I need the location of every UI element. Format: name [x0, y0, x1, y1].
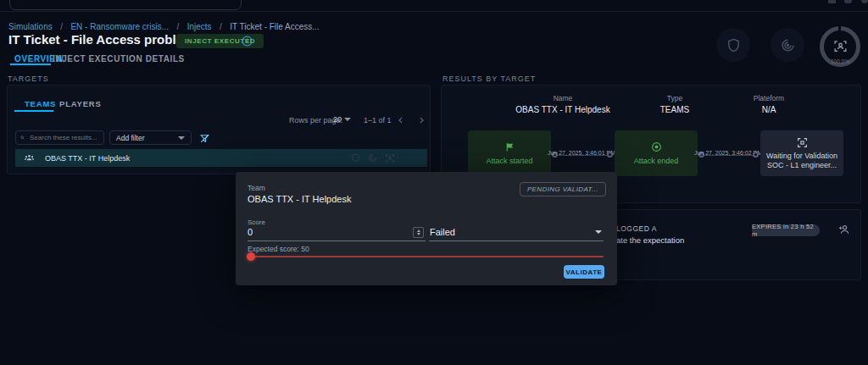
score-label: Score [248, 218, 265, 226]
expectation-text: ate the expectation [616, 235, 684, 245]
targets-search-input[interactable] [28, 133, 99, 142]
slider-thumb[interactable] [247, 252, 255, 261]
col-type-label: Type [641, 94, 709, 102]
atomic-testing-button[interactable] [771, 28, 804, 62]
tab-inject-execution-details[interactable]: INJECT EXECUTION DETAILS [53, 54, 185, 64]
targets-search-field[interactable] [15, 130, 104, 145]
breadcrumb-link-simulations[interactable]: Simulations [8, 22, 53, 31]
col-platform-label: Plateform [735, 94, 803, 102]
chevron-right-icon[interactable] [416, 113, 426, 129]
caret-down-icon [178, 136, 185, 140]
chevron-left-icon[interactable] [396, 113, 406, 129]
topbar-icon[interactable] [861, 0, 868, 3]
col-type-value: TEAMS [641, 105, 709, 114]
targets-panel: TEAMS PLAYERS Rows per page: 20 1–1 of 1… [7, 85, 431, 174]
results-section-title: RESULTS BY TARGET [442, 75, 536, 83]
player-target-icon [833, 39, 848, 57]
donut-label: 100.0% [820, 58, 860, 64]
add-filter-select[interactable]: Add filter [109, 130, 192, 145]
col-platform-value: N/A [735, 105, 803, 114]
shield-icon [726, 38, 741, 53]
score-slider[interactable] [248, 252, 604, 261]
col-name-label: Name [512, 94, 614, 102]
breadcrumb: Simulations / EN - Ransomware crisis... … [8, 18, 320, 33]
pagination-range: 1–1 of 1 [364, 116, 392, 124]
groups-icon [24, 152, 35, 163]
topbar-icon[interactable] [828, 0, 836, 3]
shield-button[interactable] [716, 28, 750, 62]
timeline-timestamp: Jun 27, 2025, 3:46:01 PM [548, 150, 615, 156]
validation-dialog: Team OBAS TTX - IT Helpdesk PENDING VALI… [236, 172, 617, 285]
caret-down-icon[interactable] [595, 230, 602, 234]
timeline-step-attack-ended: Attack ended [615, 130, 698, 176]
number-spinner-icon[interactable] [413, 227, 424, 238]
expectation-heading: LOGGED A [616, 224, 657, 233]
search-icon [20, 134, 25, 141]
team-label: Team [248, 184, 265, 192]
timeline-step-waiting-validation: Waiting for Validation SOC - L1 engineer… [760, 130, 843, 176]
add-filter-label: Add filter [116, 134, 145, 142]
swirl-icon [781, 38, 795, 53]
targets-tab-teams[interactable]: TEAMS [25, 99, 56, 108]
col-name-value: OBAS TTX - IT Helpdesk [512, 105, 614, 114]
score-input[interactable] [248, 227, 383, 237]
team-row-name: OBAS TTX - IT Helpdesk [45, 154, 130, 163]
breadcrumb-current: IT Ticket - File Access... [230, 22, 319, 31]
team-row[interactable]: OBAS TTX - IT Helpdesk [15, 149, 427, 167]
person-add-icon[interactable] [838, 224, 850, 239]
breadcrumb-link-simulation[interactable]: EN - Ransomware crisis... [70, 22, 169, 31]
targets-tab-players[interactable]: PLAYERS [59, 99, 102, 108]
global-search-input[interactable] [9, 0, 242, 10]
swirl-icon [368, 153, 377, 163]
validate-button[interactable]: VALIDATE [564, 265, 604, 279]
clear-filters-icon[interactable] [199, 132, 210, 147]
breadcrumb-link-injects[interactable]: Injects [187, 22, 212, 31]
flag-icon [504, 141, 515, 152]
timeline-step-attack-started: Attack started [468, 130, 551, 176]
pending-validation-badge: PENDING VALIDAT... [520, 182, 606, 196]
expires-badge: EXPIRES in 23 h 52 m [752, 224, 820, 236]
targets-section-title: TARGETS [8, 75, 49, 83]
shield-icon [351, 153, 360, 163]
topbar-icon[interactable] [844, 0, 852, 3]
target-circle-icon [651, 141, 662, 152]
rows-per-page-select[interactable]: 20 [333, 115, 342, 124]
result-select[interactable]: Failed [430, 227, 455, 237]
caret-down-icon[interactable] [344, 118, 351, 121]
team-value: OBAS TTX - IT Helpdesk [248, 194, 351, 204]
player-target-icon [385, 153, 395, 163]
validation-frame-icon [797, 137, 808, 148]
app-root: Simulations / EN - Ransomware crisis... … [0, 0, 868, 365]
info-icon[interactable] [242, 35, 253, 50]
